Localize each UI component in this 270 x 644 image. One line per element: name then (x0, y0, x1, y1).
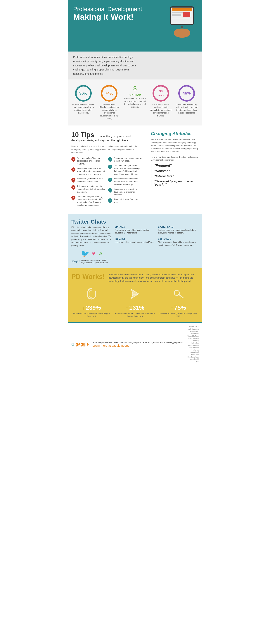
stat-desc-8billion: is estimated to be spent on teacher deve… (124, 97, 146, 108)
attitudes-section: Changing Attitudes Some teachers remain … (147, 131, 199, 208)
tip-pin-7: 7 (107, 164, 113, 170)
tip-6: 6 Encourage participants to move at thei… (108, 157, 143, 162)
twitter-heart-icon: ♥ (92, 250, 95, 257)
pd-works-title: PD Works! (71, 273, 105, 280)
tip-3: 3 Make sure your trainers have the corre… (71, 178, 106, 183)
hashtag-edchat-name: #EdChat (115, 226, 155, 229)
footer-tagline: Schedule professional development for Go… (92, 341, 184, 344)
pd-stat-desc-239: increase in file uploads within the Gagg… (71, 312, 112, 318)
pd-stats-row: ↑ 239% increase in file uploads within t… (71, 288, 199, 318)
tip-text-7: Create leadership roles for expert teach… (114, 164, 143, 176)
stat-circle-74: 74% (101, 85, 117, 102)
tip-4: 4 Tailor courses to the specific needs o… (71, 185, 106, 194)
tip-pin-4: 4 (70, 184, 76, 190)
key-icon (158, 288, 199, 302)
tip-pin-8: 8 (107, 177, 113, 183)
stat-value-46: 46% (183, 91, 191, 96)
svg-rect-3 (172, 12, 185, 14)
svg-rect-4 (172, 14, 181, 16)
twitter-description: Educators should take advantage of every… (71, 226, 112, 247)
stat-circle-96: 96% (75, 85, 92, 102)
hashtag-flipclass-desc: Find resources, tips and best practices … (158, 241, 199, 246)
tips-subtitle: Many school districts approach professio… (71, 145, 143, 154)
hashtag-ipadEd-desc: Learn how other educators are using iPad… (115, 241, 155, 244)
stat-value-90hours: 90hours (158, 90, 164, 97)
send-icon (115, 288, 155, 302)
tips-heading-bold: on the right track. (107, 139, 129, 142)
stat-circle-46: 46% (178, 85, 195, 102)
twitter-refresh-icon: ↺ (98, 250, 102, 257)
pd-stat-75: ↑ 75% increase in total logins in the Ga… (158, 288, 199, 318)
stat-item-74: 74% of school district officials, princi… (98, 85, 120, 120)
stat-value-96: 96% (79, 91, 87, 96)
tip-text-4: Tailor courses to the specific needs of … (77, 185, 106, 194)
attitude-quote-2: "Relevant" (151, 169, 199, 173)
tip-pin-6: 6 (107, 156, 113, 162)
hashtag-edchat: #EdChat Participate in one of the oldest… (115, 226, 155, 234)
attitudes-heading: Changing Attitudes (151, 131, 199, 136)
tip-pin-3: 3 (70, 177, 76, 183)
tip-pin-10: 10 (107, 198, 113, 203)
dollar-sign: $ (133, 85, 137, 92)
svg-rect-6 (172, 17, 192, 18)
footer-text-area: Schedule professional development for Go… (92, 341, 184, 348)
twitter-left: Educators should take advantage of every… (71, 226, 112, 264)
tip-5: 5 Use video and your learning management… (71, 195, 106, 207)
tip-text-9: Recognize and reward the development of … (114, 188, 143, 196)
tip-pin-2: 2 (70, 166, 76, 172)
svg-rect-2 (172, 8, 192, 11)
gaggle-name: gaggle (76, 342, 89, 346)
tips-heading: 10 Tips to assure that your professional… (71, 131, 143, 142)
tip-text-6: Encourage participants to move at their … (114, 157, 143, 162)
hashtag-edtechchat-name: #EdTechChat (158, 226, 199, 229)
tip-8: 8 Allow teachers and leaders opportuniti… (108, 178, 143, 186)
arrow-up-131: ↑ (126, 305, 128, 311)
twitter-bird-icon: 🐦 (81, 250, 89, 258)
stat-desc-46: of teachers believe they lack the traini… (176, 103, 198, 114)
twitter-right: #EdTechChat Explore ideas and resources … (158, 226, 199, 249)
pd-works-section: PD Works! Effective professional develop… (68, 268, 202, 322)
hashtag-edtechchat: #EdTechChat Explore ideas and resources … (158, 226, 199, 234)
tip-text-2: Avoid class sizes that are too large or … (77, 167, 106, 176)
svg-rect-11 (176, 30, 189, 35)
hashtag-ipadEd-name: #iPadEd (115, 238, 155, 241)
hashtag-ipadEd: #iPadEd Learn how other educators are us… (115, 238, 155, 244)
stat-desc-90hours: the amount of time teachers devote annua… (150, 103, 172, 117)
pd-stat-value-131: 131% (129, 304, 145, 311)
footer-sources: Sources: Bill & Melinda Gates Foundation… (187, 326, 199, 363)
twitter-middle: #EdChat Participate in one of the oldest… (115, 226, 155, 246)
attitudes-subtext: Here is how teachers describe the ideal … (151, 156, 199, 162)
footer-link[interactable]: Learn more at gaggle.net/pd (92, 344, 129, 347)
tip-1: 1 Free up teachers' time for collaborati… (71, 157, 106, 165)
header-section: Professional Development Making it Work! (68, 0, 202, 52)
paperclip-icon (71, 288, 112, 302)
tip-text-5: Use video and your learning management s… (77, 195, 106, 207)
stat-value-74: 74% (105, 91, 113, 96)
hashtag-flipclass: #FlipClass Find resources, tips and best… (158, 238, 199, 246)
tip-text-3: Make sure your trainers have the correct… (77, 178, 106, 183)
svg-rect-8 (172, 20, 190, 22)
stats-section: 96% of K-12 teachers believe that techno… (68, 80, 202, 126)
hashtag-edchat-desc: Participate in one of the oldest existin… (115, 229, 155, 234)
arrow-up-75: ↑ (171, 305, 173, 311)
attitude-quote-4: "Delivered by a person who 'gets it.'" (151, 180, 199, 186)
tips-grid: 1 Free up teachers' time for collaborati… (71, 157, 143, 208)
pd-works-text: Effective professional development, trai… (108, 273, 199, 283)
tip-text-1: Free up teachers' time for collaborative… (77, 157, 106, 165)
hashtag-flipclass-name: #FlipClass (158, 238, 199, 241)
hashtag-edtechchat-desc: Explore ideas and resources shared about… (158, 229, 199, 234)
tablet-graphic (163, 3, 200, 38)
attitude-quote-1: "Frequent" (151, 164, 199, 168)
gaggle-logo: G gaggle (71, 342, 89, 347)
tip-pin-5: 5 (70, 195, 76, 200)
svg-point-9 (181, 26, 183, 28)
tips-col-right: 6 Encourage participants to move at thei… (108, 157, 143, 208)
stat-circle-90hours: 90hours (153, 85, 169, 102)
pd-stat-239: ↑ 239% increase in file uploads within t… (71, 288, 112, 318)
pd-stat-value-75: 75% (174, 304, 186, 311)
digcit-row: #DigCit Discover new ways to teach digit… (71, 259, 112, 264)
tip-pin-1: 1 (70, 156, 76, 162)
tip-pin-9: 9 (107, 187, 113, 193)
svg-rect-7 (172, 18, 189, 20)
attitude-quote-3: "Interactive" (151, 174, 199, 178)
